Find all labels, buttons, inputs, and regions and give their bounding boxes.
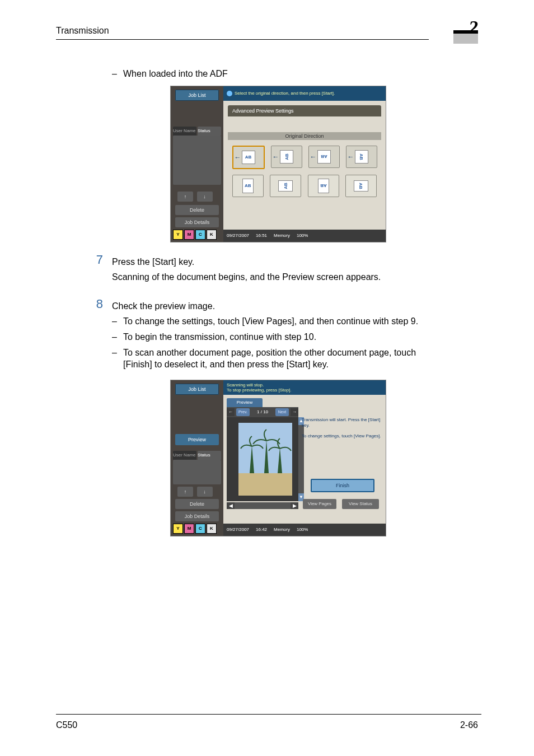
delete-button[interactable]: Delete xyxy=(175,499,219,509)
toner-indicators: Y M C K xyxy=(173,524,217,534)
status-mem: 100% xyxy=(297,233,308,238)
step-7-number: 7 xyxy=(86,253,103,267)
status-mem-label: Memory xyxy=(274,233,290,238)
thumb-horizontal-scrollbar[interactable]: ◀ ▶ xyxy=(227,502,298,509)
footer-model: C550 xyxy=(56,720,77,730)
direction-glass-portrait-up[interactable]: AB xyxy=(232,175,264,197)
job-list-button[interactable]: Job List xyxy=(175,384,219,395)
preview-tab[interactable]: Preview xyxy=(227,398,263,407)
body: – When loaded into the ADF Job List User… xyxy=(112,64,442,542)
direction-glass-landscape-right[interactable]: AB xyxy=(345,175,377,197)
advanced-preview-settings[interactable]: Advanced Preview Settings xyxy=(228,105,381,116)
direction-adf-portrait-up[interactable]: ←AB xyxy=(232,146,265,169)
dash: – xyxy=(112,68,123,80)
status-time: 16:42 xyxy=(256,527,267,532)
panel1-content: Advanced Preview Settings Original Direc… xyxy=(223,101,386,230)
panel2-sidebar: Job List Preview User Name Status ↑ ↓ De… xyxy=(171,380,223,536)
preview-button[interactable]: Preview xyxy=(175,434,219,445)
dash: – xyxy=(112,347,123,371)
preview-thumbnail-area: ▲ ▼ xyxy=(227,417,304,501)
adf-bullet: – When loaded into the ADF xyxy=(112,68,442,80)
job-list-area xyxy=(173,136,221,185)
tab-status[interactable]: Status xyxy=(198,451,221,460)
palm-tree-image-icon xyxy=(238,423,292,496)
panel2-instruction: Scanning will stop. To stop previewing, … xyxy=(223,380,386,395)
view-pages-button[interactable]: View Pages xyxy=(303,499,336,509)
tab-user-name[interactable]: User Name xyxy=(173,451,196,460)
preview-msg-1: Transmission will start. Press the [Star… xyxy=(302,417,382,429)
step-8-bullet-2: – To begin the transmission, continue wi… xyxy=(112,331,442,343)
feed-arrow-icon: ← xyxy=(273,153,279,161)
job-list-button[interactable]: Job List xyxy=(175,90,219,101)
toner-c-icon: C xyxy=(195,524,205,534)
preview-thumbnail xyxy=(238,423,292,496)
direction-glass-portrait-down[interactable]: AB xyxy=(308,175,339,197)
page-icon: AB xyxy=(278,180,293,192)
status-date: 09/27/2007 xyxy=(227,527,249,532)
direction-adf-landscape-right[interactable]: ←AB xyxy=(346,146,377,168)
toner-y-icon: Y xyxy=(173,230,183,240)
list-up-arrow[interactable]: ↑ xyxy=(177,487,193,497)
finish-button[interactable]: Finish xyxy=(311,479,374,492)
preview-msg-2: To change settings, touch [View Pages]. xyxy=(302,433,382,439)
step-8-number: 8 xyxy=(86,297,103,311)
touchscreen-original-direction: Job List User Name Status ↑ ↓ Delete Job… xyxy=(170,86,386,242)
direction-glass-landscape-left[interactable]: AB xyxy=(270,175,301,197)
status-mem: 100% xyxy=(297,527,308,532)
toner-indicators: Y M C K xyxy=(173,230,217,240)
list-up-arrow[interactable]: ↑ xyxy=(177,192,193,202)
footer-rule xyxy=(56,714,481,715)
tab-user-name[interactable]: User Name xyxy=(173,127,196,136)
scroll-track[interactable] xyxy=(235,502,291,509)
page-icon: AB xyxy=(242,179,254,193)
direction-adf-landscape-left[interactable]: ←AB xyxy=(271,146,302,168)
footer-page: 2-66 xyxy=(460,720,478,730)
pager-left-icon[interactable]: ← xyxy=(227,408,235,416)
tab-status[interactable]: Status xyxy=(198,127,221,136)
step-8-bullet-2-text: To begin the transmission, continue with… xyxy=(123,331,442,343)
toner-m-icon: M xyxy=(184,230,194,240)
step-8-bullet-3: – To scan another document page, positio… xyxy=(112,347,442,371)
dash: – xyxy=(112,315,123,328)
header-rule xyxy=(56,39,429,40)
list-down-arrow[interactable]: ↓ xyxy=(197,192,213,202)
job-details-button[interactable]: Job Details xyxy=(175,217,219,227)
step-7-text-1: Press the [Start] key. xyxy=(112,256,442,268)
status-time: 16:51 xyxy=(256,233,267,238)
job-details-button[interactable]: Job Details xyxy=(175,511,219,521)
prev-page-button[interactable]: Prev. Page xyxy=(236,408,250,416)
feed-arrow-icon: ← xyxy=(310,153,317,161)
step-7-text-2: Scanning of the document begins, and the… xyxy=(112,271,442,283)
info-icon xyxy=(227,91,232,96)
delete-button[interactable]: Delete xyxy=(175,205,219,215)
toner-c-icon: C xyxy=(195,230,205,240)
panel2-content: Preview ← Prev. Page 1 / 10 Next Page → xyxy=(223,395,386,524)
page-icon: AB xyxy=(355,150,368,164)
touchscreen-preview: Job List Preview User Name Status ↑ ↓ De… xyxy=(170,380,386,536)
direction-adf-portrait-down[interactable]: ←AB xyxy=(308,146,340,168)
page-icon: AB xyxy=(242,151,255,164)
pager-right-icon[interactable]: → xyxy=(291,408,298,416)
panel1-statusbar: 09/27/2007 16:51 Memory 100% xyxy=(223,230,386,242)
panel1-sidebar: Job List User Name Status ↑ ↓ Delete Job… xyxy=(171,86,223,242)
original-direction-label: Original Direction xyxy=(228,132,381,140)
page-current: 1 xyxy=(257,409,259,414)
scroll-left-icon[interactable]: ◀ xyxy=(227,502,235,509)
svg-rect-1 xyxy=(238,473,292,496)
toner-m-icon: M xyxy=(184,524,194,534)
scroll-right-icon[interactable]: ▶ xyxy=(291,502,298,509)
status-mem-label: Memory xyxy=(274,527,290,532)
page-sep: / xyxy=(261,409,262,414)
panel1-instruction-text: Select the original direction, and then … xyxy=(235,91,335,96)
chapter-number: 2 xyxy=(453,17,478,41)
toner-k-icon: K xyxy=(207,524,217,534)
step-8-bullet-1-text: To change the settings, touch [View Page… xyxy=(123,315,442,328)
view-status-button[interactable]: View Status xyxy=(342,499,379,509)
toner-k-icon: K xyxy=(207,230,217,240)
list-down-arrow[interactable]: ↓ xyxy=(197,487,213,497)
next-page-button[interactable]: Next Page xyxy=(275,408,289,416)
panel2-statusbar: 09/27/2007 16:42 Memory 100% xyxy=(223,524,386,536)
preview-messages: Transmission will start. Press the [Star… xyxy=(302,417,382,439)
status-date: 09/27/2007 xyxy=(227,233,249,238)
step-8-bullet-1: – To change the settings, touch [View Pa… xyxy=(112,315,442,328)
